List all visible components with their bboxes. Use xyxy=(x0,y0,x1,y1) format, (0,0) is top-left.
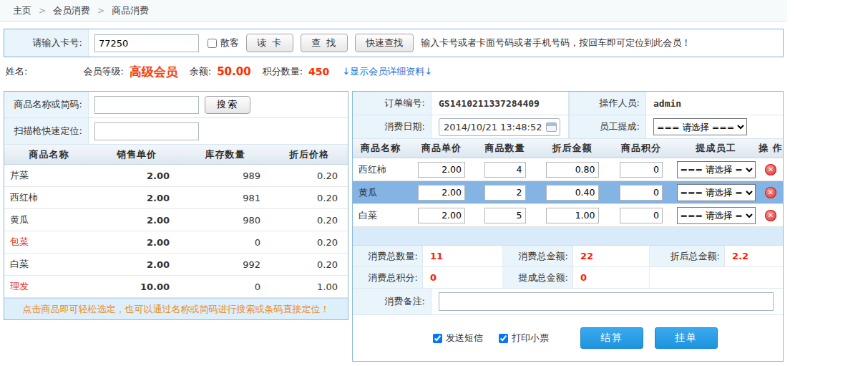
total-amount-value: 22 xyxy=(573,246,650,266)
total-qty-label: 消费总数量: xyxy=(353,246,423,266)
delete-item-icon[interactable]: ✕ xyxy=(765,187,776,198)
breadcrumb-goods-consume[interactable]: 商品消费 xyxy=(112,4,149,17)
cart-row-xihongshi: 西红柿 === 请选择 === ✕ xyxy=(353,158,783,181)
product-row-baicai[interactable]: 白菜 2.00 992 0.20 xyxy=(4,254,348,276)
total-points-label: 消费总积分: xyxy=(353,267,423,288)
breadcrumb-separator: > xyxy=(39,6,46,16)
card-lookup-hint: 输入卡号或者卡面号码或者手机号码，按回车即可定位到此会员！ xyxy=(421,37,691,49)
cart-price-input[interactable] xyxy=(418,162,465,178)
quick-find-button[interactable]: 快速查找 xyxy=(355,34,414,52)
member-name-label: 姓名: xyxy=(6,65,27,78)
product-row-qincai[interactable]: 芹菜 2.00 989 0.20 xyxy=(4,165,348,187)
product-search-label: 商品名称或简码: xyxy=(4,92,89,117)
read-card-button[interactable]: 读 卡 xyxy=(246,34,293,52)
order-actions-row: 发送短信 打印小票 结算 挂单 xyxy=(353,315,783,361)
checkout-button[interactable]: 结算 xyxy=(580,327,643,349)
cart-staff-select[interactable]: === 请选择 === xyxy=(677,161,756,178)
product-panel-note: 点击商品即可轻松选定，也可以通过名称或简码进行搜索或条码直接定位！ xyxy=(4,298,348,319)
cart-amount-input[interactable] xyxy=(546,208,599,223)
operator-label: 操作人员: xyxy=(569,92,646,115)
cart-amount-input[interactable] xyxy=(546,185,599,201)
product-search-button[interactable]: 搜索 xyxy=(205,96,250,114)
total-amount-label: 消费总金额: xyxy=(503,246,573,266)
cart-qty-input[interactable] xyxy=(484,162,526,178)
cart-spacer-band xyxy=(353,227,783,246)
cart-table-header: 商品名称 商品单价 商品数量 折后金额 商品积分 提成员工 操 作 xyxy=(353,139,783,158)
consume-date-input[interactable]: 2014/10/21 13:48:52 xyxy=(439,118,560,136)
print-receipt-label: 打印小票 xyxy=(512,332,549,345)
print-receipt-checkbox[interactable] xyxy=(499,334,508,343)
cart-qty-input[interactable] xyxy=(484,185,526,201)
product-row-baocai[interactable]: 包菜 2.00 0 0.20 xyxy=(4,231,348,254)
card-lookup-bar: 请输入卡号: 散客 读 卡 查 找 快速查找 输入卡号或者卡面号码或者手机号码，… xyxy=(4,29,784,57)
cart-price-input[interactable] xyxy=(418,185,465,201)
guest-label: 散客 xyxy=(220,37,239,49)
hold-order-button[interactable]: 挂单 xyxy=(655,327,718,349)
send-sms-checkbox[interactable] xyxy=(433,334,442,343)
cart-points-input[interactable] xyxy=(620,208,663,223)
totals-row-2: 消费总积分: 0 提成总金额: 0 xyxy=(353,267,783,289)
breadcrumb: 主页 > 会员消费 > 商品消费 xyxy=(0,0,787,21)
breadcrumb-separator: > xyxy=(97,6,104,16)
breadcrumb-home[interactable]: 主页 xyxy=(13,4,31,17)
cart-staff-select[interactable]: === 请选择 === xyxy=(677,184,756,201)
total-discount-label: 折后总金额: xyxy=(650,246,725,266)
delete-item-icon[interactable]: ✕ xyxy=(765,164,776,175)
calendar-icon[interactable] xyxy=(546,122,557,132)
member-level-label: 会员等级: xyxy=(83,65,123,78)
cart-row-baicai: 白菜 === 请选择 === ✕ xyxy=(353,204,783,227)
staff-commission-select[interactable]: === 请选择 === xyxy=(653,118,747,135)
delete-item-icon[interactable]: ✕ xyxy=(765,210,776,221)
scan-locate-label: 扫描枪快速定位: xyxy=(4,118,89,144)
cart-points-input[interactable] xyxy=(620,162,663,178)
total-points-value: 0 xyxy=(423,267,503,288)
cart-qty-input[interactable] xyxy=(484,208,526,223)
cart-price-input[interactable] xyxy=(418,208,465,223)
card-number-label: 请输入卡号: xyxy=(4,29,89,57)
send-sms-label: 发送短信 xyxy=(446,332,483,345)
operator-value: admin xyxy=(646,92,783,115)
cart-staff-select[interactable]: === 请选择 === xyxy=(677,207,756,224)
total-commission-value: 0 xyxy=(573,267,650,288)
order-panel: 订单编号: GS1410211337284409 操作人员: admin 消费日… xyxy=(352,91,784,362)
page: 主页 > 会员消费 > 商品消费 请输入卡号: 散客 读 卡 查 找 快速查找 … xyxy=(0,0,868,366)
product-row-lifa[interactable]: 理发 10.00 0 1.00 xyxy=(4,276,348,298)
order-no-label: 订单编号: xyxy=(353,92,431,115)
totals-row-1: 消费总数量: 11 消费总金额: 22 折后总金额: 2.2 xyxy=(353,246,783,267)
member-info-row: 姓名: 会员等级: 高级会员 余额: 50.00 积分数量: 450 ↓显示会员… xyxy=(0,61,787,82)
order-no-value: GS1410211337284409 xyxy=(431,92,569,115)
scan-locate-input[interactable] xyxy=(94,122,199,140)
totals-empty-cell xyxy=(650,267,783,288)
find-button[interactable]: 查 找 xyxy=(301,34,348,52)
staff-commission-label: 员工提成: xyxy=(569,115,646,138)
total-commission-label: 提成总金额: xyxy=(503,267,573,288)
product-search-input[interactable] xyxy=(94,96,199,114)
total-discount-value: 2.2 xyxy=(725,246,783,266)
breadcrumb-member-consume[interactable]: 会员消费 xyxy=(53,4,90,17)
show-member-detail-link[interactable]: ↓显示会员详细资料↓ xyxy=(342,65,432,78)
remark-label: 消费备注: xyxy=(353,289,431,314)
product-row-xihongshi[interactable]: 西红柿 2.00 981 0.20 xyxy=(4,187,348,209)
guest-checkbox[interactable] xyxy=(208,39,217,48)
points-value: 450 xyxy=(308,66,329,77)
total-qty-value: 11 xyxy=(423,246,503,266)
member-level-value: 高级会员 xyxy=(130,64,178,80)
cart-points-input[interactable] xyxy=(620,185,663,201)
balance-label: 余额: xyxy=(190,65,211,78)
balance-value: 50.00 xyxy=(217,65,250,78)
card-number-input[interactable] xyxy=(94,34,199,52)
product-row-huanggua[interactable]: 黄瓜 2.00 980 0.20 xyxy=(4,209,348,231)
cart-amount-input[interactable] xyxy=(546,162,599,178)
product-panel: 商品名称或简码: 搜索 扫描枪快速定位: 商品名称 销售单价 库存数量 折后价格… xyxy=(4,91,348,320)
cart-row-huanggua: 黄瓜 === 请选择 === ✕ xyxy=(353,181,783,204)
product-table-header: 商品名称 销售单价 库存数量 折后价格 xyxy=(4,145,348,165)
consume-date-label: 消费日期: xyxy=(353,115,431,138)
remark-input[interactable] xyxy=(439,292,774,311)
points-label: 积分数量: xyxy=(263,65,303,78)
